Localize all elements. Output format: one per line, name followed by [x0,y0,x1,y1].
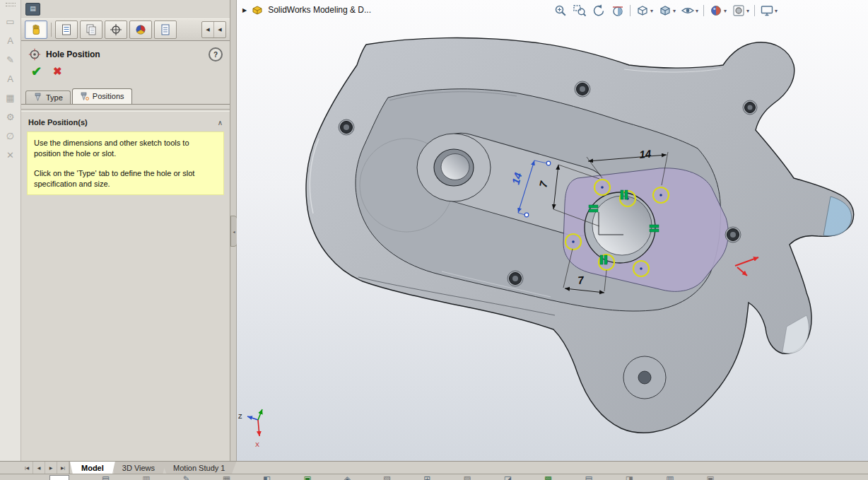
scene-icon [732,4,746,18]
instruction-note: Use the dimensions and other sketch tool… [27,131,224,195]
status-box[interactable] [49,475,69,480]
dropdown-caret-icon[interactable]: ▾ [775,8,778,14]
grab-hand-icon [30,23,42,36]
collapse-chevron-icon[interactable]: ∧ [218,119,223,127]
section-header: Hole Position(s) ∧ [21,112,230,131]
color-pie-icon [134,23,147,36]
cancel-button[interactable]: ✖ [53,66,62,77]
status-icon[interactable]: ◪ [504,474,512,480]
dropdown-caret-icon[interactable]: ▾ [650,8,653,14]
view-settings-button[interactable]: ▾ [760,4,778,18]
document-button[interactable] [154,21,177,39]
status-icon[interactable]: ▥ [666,474,674,480]
positions-tab-icon [80,92,89,101]
large-hole[interactable] [585,192,655,263]
status-icon[interactable]: ▧ [383,474,391,480]
status-icon[interactable]: ▣ [706,474,714,480]
appearance-icon [709,4,723,18]
help-button[interactable]: ? [209,47,223,62]
status-icon[interactable]: ▤ [585,474,592,480]
grab-hand-button[interactable] [25,21,47,39]
documents-button[interactable] [80,21,102,39]
triad-x-label: X [255,441,259,448]
dropdown-caret-icon[interactable]: ▾ [696,8,698,14]
tab-type-label: Type [46,93,63,102]
section-view-button[interactable] [611,4,625,18]
status-icon[interactable]: ◧ [263,474,271,480]
status-icon[interactable]: ▥ [142,474,150,480]
spell-a-icon[interactable]: A [3,33,18,48]
gear-icon[interactable]: ⚙ [3,109,18,124]
ok-button[interactable]: ✔ [31,65,42,78]
flyout-left-icon[interactable]: ◀ [202,22,213,37]
status-icon[interactable]: ▦ [223,474,230,480]
svg-text:14: 14 [639,148,652,160]
note-icon[interactable]: ▭ [3,13,18,29]
status-icon[interactable]: ◨ [626,474,633,480]
breadcrumb-arrow-icon[interactable]: ▶ [242,7,247,13]
scene-button[interactable]: ▾ [732,4,749,18]
hud-separator [754,5,755,16]
hud-separator [630,5,631,16]
zoom-fit-button[interactable] [553,4,568,18]
panel-splitter[interactable]: ◂ [230,0,237,461]
graphics-viewport[interactable]: ▶ SolidWorks Modeling & D... [237,0,868,461]
flyout-left2-icon[interactable]: ◀ [213,22,225,37]
display-style-button[interactable]: ▾ [658,4,676,18]
status-icon[interactable]: ◈ [344,474,351,480]
hide-show-button[interactable]: ▾ [681,4,698,18]
view-orientation-icon [635,4,650,18]
tab-model[interactable]: Model [70,462,115,474]
breadcrumb-label[interactable]: SolidWorks Modeling & D... [268,5,371,15]
caption-a-icon[interactable]: A [3,71,18,86]
status-icon[interactable]: ▨ [463,474,471,480]
part-document-icon [252,4,263,16]
tab-scroll-buttons: |◀ ◀ ▶ ▶| [21,462,70,474]
part-body[interactable] [306,38,854,433]
table-icon[interactable]: ▦ [3,90,18,105]
hide-show-icon [681,4,695,18]
status-icon[interactable]: ▣ [303,474,311,480]
zoom-fit-icon [553,4,568,18]
property-manager-toolbar: ◀ ◀ [21,18,230,41]
empty-set-icon[interactable]: ∅ [3,128,18,144]
scroll-next-button[interactable]: ▶ [45,462,57,474]
zoom-area-button[interactable] [573,4,587,18]
previous-view-icon [592,4,606,18]
tab-3d-views[interactable]: 3D Views [111,462,166,474]
hole-table-button[interactable] [55,21,78,39]
hud-separator [703,5,704,16]
bottom-boss[interactable] [623,356,666,399]
scroll-last-button[interactable]: ▶| [57,462,69,474]
type-tab-icon [33,93,42,102]
status-icon[interactable]: ▤ [102,474,110,480]
dropdown-caret-icon[interactable]: ▾ [724,8,727,14]
tab-motion-study-1[interactable]: Motion Study 1 [162,462,236,474]
tab-type[interactable]: Type [25,90,71,104]
appearance-button[interactable]: ▾ [709,4,727,18]
model-scene[interactable]: 14 7 14 [237,0,868,461]
small-hole[interactable] [434,149,474,186]
pencil-a-icon[interactable]: ✎ [3,52,18,67]
breadcrumb[interactable]: ▶ SolidWorks Modeling & D... [242,4,371,16]
panel-menu-icon[interactable]: ▤ [25,3,40,16]
origin-crosshair-button[interactable] [105,21,127,39]
status-icon[interactable]: ⊞ [423,474,430,480]
view-settings-icon [760,4,774,18]
property-manager-panel: ▤ [21,0,230,461]
cross-icon[interactable]: ✕ [3,147,18,163]
dropdown-caret-icon[interactable]: ▾ [673,8,676,14]
scroll-prev-button[interactable]: ◀ [33,462,45,474]
scroll-first-button[interactable]: |◀ [21,462,33,474]
section-view-icon [611,4,625,18]
hole-table-icon [60,23,73,36]
tab-positions[interactable]: Positions [72,88,132,104]
color-pie-button[interactable] [129,21,152,39]
toolbar-grip[interactable] [6,3,16,6]
triad-z-label: Z [238,413,242,420]
view-orientation-button[interactable]: ▾ [635,4,653,18]
previous-view-button[interactable] [592,4,606,18]
status-icon[interactable]: ✎ [183,474,190,480]
dropdown-caret-icon[interactable]: ▾ [746,8,749,14]
status-icon[interactable]: ▩ [544,474,552,480]
